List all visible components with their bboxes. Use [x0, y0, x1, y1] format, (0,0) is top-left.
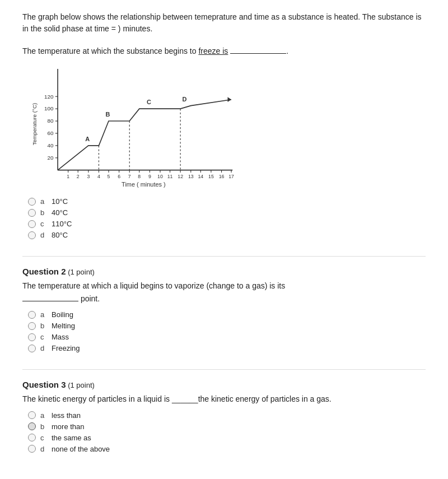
svg-text:11: 11 — [167, 174, 173, 179]
q1-radio-b[interactable] — [28, 209, 36, 217]
question2-block: Question 2 (1 point) The temperature at … — [22, 267, 426, 352]
q2-title: Question 2 (1 point) — [22, 267, 426, 276]
q2-radio-c[interactable] — [28, 333, 36, 341]
q2-option-a[interactable]: a Boiling — [28, 310, 426, 319]
q2-text-d: Freezing — [52, 344, 80, 352]
q3-text-a: less than — [52, 411, 81, 420]
svg-text:6: 6 — [118, 174, 120, 179]
q1-letter-d: d — [40, 231, 47, 239]
q2-text-b: Melting — [52, 322, 75, 330]
q1-option-b[interactable]: b 40°C — [28, 208, 426, 217]
svg-text:14: 14 — [198, 174, 203, 179]
q2-blank — [22, 301, 78, 301]
q1-option-d[interactable]: d 80°C — [28, 231, 426, 239]
q1-letter-a: a — [40, 197, 47, 206]
q1-text-a: 10°C — [52, 197, 68, 206]
svg-text:C: C — [147, 99, 151, 106]
q3-body: The kinetic energy of particles in a liq… — [22, 393, 426, 405]
svg-text:4: 4 — [97, 174, 100, 179]
q3-option-c[interactable]: c the same as — [28, 434, 426, 442]
q2-letter-c: c — [40, 333, 47, 341]
q3-option-d[interactable]: d none of the above — [28, 445, 426, 453]
q2-points: (1 point) — [66, 268, 95, 276]
svg-text:40: 40 — [47, 143, 53, 149]
q1-radio-d[interactable] — [28, 231, 36, 239]
svg-text:2: 2 — [77, 174, 80, 179]
q3-letter-d: d — [40, 445, 47, 453]
q1-option-c[interactable]: c 110°C — [28, 220, 426, 228]
q1-text-c: 110°C — [52, 220, 72, 228]
svg-text:120: 120 — [44, 94, 54, 100]
svg-text:D: D — [182, 96, 186, 103]
svg-text:3: 3 — [87, 174, 90, 179]
q3-radio-c[interactable] — [28, 434, 36, 441]
q1-letter-c: c — [40, 220, 47, 228]
q2-option-d[interactable]: d Freezing — [28, 344, 426, 352]
svg-text:9: 9 — [148, 174, 151, 179]
svg-text:12: 12 — [178, 174, 183, 179]
svg-text:B: B — [106, 111, 110, 118]
q2-radio-d[interactable] — [28, 345, 36, 352]
svg-text:17: 17 — [228, 174, 234, 179]
q2-body: The temperature at which a liquid begins… — [22, 280, 426, 305]
q3-radio-a[interactable] — [28, 411, 36, 419]
q3-option-a[interactable]: a less than — [28, 411, 426, 420]
q1-text-d: 80°C — [52, 231, 68, 239]
q2-text-c: Mass — [52, 333, 69, 341]
svg-text:1: 1 — [67, 174, 69, 179]
q3-text-b: more than — [52, 422, 85, 431]
q1-body: The temperature at which the substance b… — [22, 45, 426, 57]
q3-options: a less than b more than c the same as d … — [28, 411, 426, 453]
q2-option-b[interactable]: b Melting — [28, 322, 426, 330]
q3-radio-b[interactable] — [28, 422, 36, 430]
q2-options: a Boiling b Melting c Mass d Freezing — [28, 310, 426, 352]
question3-block: Question 3 (1 point) The kinetic energy … — [22, 380, 426, 453]
svg-text:16: 16 — [219, 174, 225, 179]
svg-text:80: 80 — [47, 118, 53, 124]
q3-letter-b: b — [40, 422, 47, 431]
chart-container: 20 40 60 80 100 120 1 2 3 — [28, 63, 241, 192]
q2-radio-b[interactable] — [28, 322, 36, 330]
svg-text:100: 100 — [44, 106, 54, 112]
q1-text-b: 40°C — [52, 208, 68, 217]
svg-text:A: A — [85, 136, 90, 143]
q3-text-c: the same as — [52, 434, 91, 442]
q1-underline: freeze is — [198, 46, 228, 55]
svg-text:Time ( minutes ): Time ( minutes ) — [122, 182, 166, 188]
q1-radio-c[interactable] — [28, 220, 36, 228]
q3-title: Question 3 (1 point) — [22, 380, 426, 389]
svg-text:7: 7 — [128, 174, 131, 179]
q2-radio-a[interactable] — [28, 311, 36, 319]
svg-text:20: 20 — [47, 155, 53, 161]
q2-letter-d: d — [40, 344, 47, 352]
svg-text:10: 10 — [157, 174, 163, 179]
q3-text-d: none of the above — [52, 445, 110, 453]
svg-text:15: 15 — [208, 174, 214, 179]
q1-letter-b: b — [40, 208, 47, 217]
q3-option-b[interactable]: b more than — [28, 422, 426, 431]
q3-letter-a: a — [40, 411, 47, 420]
question1-block: The temperature at which the substance b… — [22, 45, 426, 239]
divider-q1-q2 — [22, 256, 426, 257]
q2-text-a: Boiling — [52, 310, 73, 319]
q2-letter-a: a — [40, 310, 47, 319]
q1-options: a 10°C b 40°C c 110°C d 80°C — [28, 197, 426, 239]
q2-option-c[interactable]: c Mass — [28, 333, 426, 341]
q1-blank — [230, 53, 286, 54]
q1-radio-a[interactable] — [28, 198, 36, 206]
q1-option-a[interactable]: a 10°C — [28, 197, 426, 206]
svg-text:Temperature (°C): Temperature (°C) — [31, 103, 38, 146]
q3-points: (1 point) — [66, 381, 95, 389]
temperature-time-chart: 20 40 60 80 100 120 1 2 3 — [28, 63, 241, 192]
svg-text:60: 60 — [47, 131, 53, 137]
svg-text:13: 13 — [188, 174, 194, 179]
q2-letter-b: b — [40, 322, 47, 330]
divider-q2-q3 — [22, 369, 426, 370]
q3-letter-c: c — [40, 434, 47, 442]
intro-text: The graph below shows the relationship b… — [22, 11, 426, 35]
q3-radio-d[interactable] — [28, 445, 36, 453]
svg-marker-57 — [227, 97, 231, 103]
svg-text:5: 5 — [108, 174, 110, 179]
svg-text:8: 8 — [138, 174, 141, 179]
